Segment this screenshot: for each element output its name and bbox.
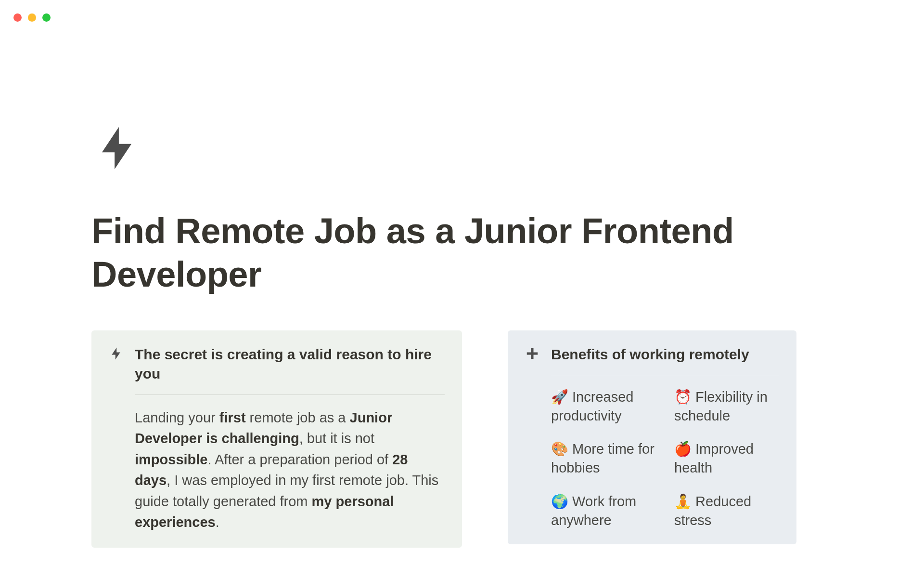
secret-card: The secret is creating a valid reason to… <box>91 330 462 548</box>
plus-icon <box>525 346 539 361</box>
close-window-dot[interactable] <box>13 13 22 22</box>
benefit-item: 🧘 Reduced stress <box>674 492 779 530</box>
lightning-bolt-icon <box>91 123 142 173</box>
benefits-card: Benefits of working remotely 🚀 Increased… <box>508 330 796 544</box>
benefit-item: 🍎 Improved health <box>674 440 779 477</box>
divider <box>551 375 779 375</box>
page-content: Find Remote Job as a Junior Frontend Dev… <box>91 123 833 548</box>
secret-card-body: Landing your first remote job as a Junio… <box>135 407 445 533</box>
page-title: Find Remote Job as a Junior Frontend Dev… <box>91 210 833 297</box>
benefits-card-heading: Benefits of working remotely <box>551 345 749 365</box>
secret-card-heading: The secret is creating a valid reason to… <box>135 345 445 384</box>
benefit-item: 🚀 Increased productivity <box>551 388 656 425</box>
maximize-window-dot[interactable] <box>42 13 51 22</box>
benefit-item: 🌍 Work from anywhere <box>551 492 656 530</box>
benefit-item: ⏰ Flexibility in schedule <box>674 388 779 425</box>
benefit-item: 🎨 More time for hobbies <box>551 440 656 477</box>
divider <box>135 394 445 395</box>
window-traffic-lights <box>13 13 51 22</box>
svg-rect-1 <box>527 352 538 355</box>
lightning-bolt-icon <box>109 346 123 361</box>
minimize-window-dot[interactable] <box>28 13 36 22</box>
two-column-layout: The secret is creating a valid reason to… <box>91 330 833 548</box>
benefits-grid: 🚀 Increased productivity ⏰ Flexibility i… <box>551 388 779 530</box>
